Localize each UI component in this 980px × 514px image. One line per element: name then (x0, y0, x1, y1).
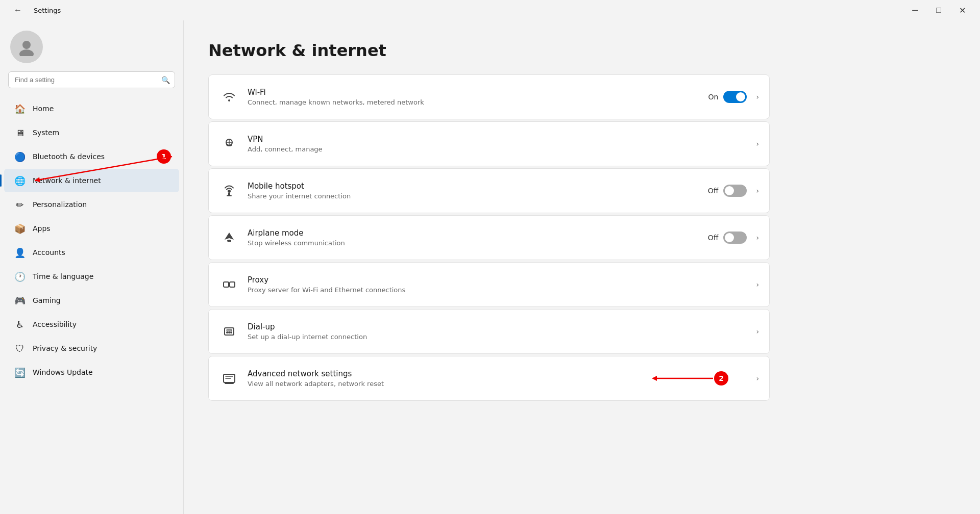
chevron-advanced: › (756, 374, 759, 382)
sidebar-item-network[interactable]: 🌐Network & internet (4, 169, 179, 192)
svg-marker-16 (652, 376, 657, 381)
svg-rect-8 (230, 282, 235, 287)
svg-point-11 (228, 331, 230, 333)
sidebar-nav: 🏠Home🖥System🔵Bluetooth & devices1🌐Networ… (0, 96, 183, 514)
back-button[interactable]: ← (6, 2, 30, 18)
sidebar-item-label-apps: Apps (33, 224, 169, 233)
card-right-airplane: Off› (708, 232, 759, 244)
settings-card-advanced[interactable]: Advanced network settingsView all networ… (208, 356, 770, 401)
sidebar-item-update[interactable]: 🔄Windows Update (4, 361, 179, 384)
card-subtitle-hotspot: Share your internet connection (248, 192, 708, 200)
settings-card-airplane[interactable]: Airplane modeStop wireless communication… (208, 215, 770, 260)
avatar[interactable] (10, 31, 43, 63)
settings-list: Wi-FiConnect, manage known networks, met… (208, 74, 770, 401)
sidebar-item-label-personalization: Personalization (33, 200, 169, 209)
settings-card-proxy[interactable]: ProxyProxy server for Wi-Fi and Ethernet… (208, 262, 770, 307)
sidebar-item-gaming[interactable]: 🎮Gaming (4, 289, 179, 312)
card-subtitle-vpn: Add, connect, manage (248, 145, 752, 153)
card-subtitle-airplane: Stop wireless communication (248, 239, 708, 247)
title-bar: ← Settings ─ □ ✕ (0, 0, 980, 20)
svg-rect-13 (227, 329, 232, 331)
card-text-hotspot: Mobile hotspotShare your internet connec… (248, 182, 708, 200)
toggle-airplane[interactable] (723, 232, 747, 244)
sidebar-item-label-home: Home (33, 105, 169, 113)
card-right-wifi: On› (708, 91, 759, 103)
card-text-wifi: Wi-FiConnect, manage known networks, met… (248, 88, 708, 106)
main-content: Network & internet Wi-FiConnect, manage … (184, 20, 980, 514)
airplane-icon (219, 227, 239, 248)
card-right-proxy: › (752, 280, 759, 289)
card-subtitle-dialup: Set up a dial-up internet connection (248, 333, 752, 341)
privacy-icon: 🛡 (14, 343, 26, 354)
wifi-icon (219, 87, 239, 107)
maximize-button[interactable]: □ (927, 2, 950, 18)
sidebar-item-label-bluetooth: Bluetooth & devices (33, 152, 169, 161)
sidebar-item-label-time: Time & language (33, 272, 169, 280)
card-right-dialup: › (752, 327, 759, 336)
personalization-icon: ✏️ (14, 199, 26, 210)
card-text-vpn: VPNAdd, connect, manage (248, 135, 752, 153)
card-text-proxy: ProxyProxy server for Wi-Fi and Ethernet… (248, 275, 752, 294)
card-title-hotspot: Mobile hotspot (248, 182, 708, 191)
chevron-wifi: › (756, 93, 759, 101)
sidebar-item-home[interactable]: 🏠Home (4, 97, 179, 120)
window-content: 🔍 🏠Home🖥System🔵Bluetooth & devices1🌐Netw… (0, 20, 980, 514)
sidebar-item-bluetooth[interactable]: 🔵Bluetooth & devices1 (4, 145, 179, 168)
annotation-arrow-2 (652, 373, 713, 383)
sidebar-item-privacy[interactable]: 🛡Privacy & security (4, 337, 179, 360)
svg-point-1 (19, 49, 34, 56)
card-title-dialup: Dial-up (248, 322, 752, 331)
card-title-proxy: Proxy (248, 275, 752, 285)
page-title: Network & internet (208, 41, 955, 60)
minimize-button[interactable]: ─ (903, 2, 927, 18)
sidebar-item-label-accounts: Accounts (33, 248, 169, 256)
toggle-label-hotspot: Off (708, 187, 719, 195)
sidebar-item-apps[interactable]: 📦Apps (4, 217, 179, 240)
chevron-hotspot: › (756, 187, 759, 195)
sidebar-item-label-privacy: Privacy & security (33, 344, 169, 352)
chevron-dialup: › (756, 327, 759, 336)
card-right-advanced: › (752, 374, 759, 382)
home-icon: 🏠 (14, 103, 26, 114)
sidebar-item-system[interactable]: 🖥System (4, 121, 179, 144)
toggle-wifi[interactable] (723, 91, 747, 103)
svg-rect-7 (224, 282, 229, 287)
svg-point-5 (228, 190, 231, 193)
card-subtitle-wifi: Connect, manage known networks, metered … (248, 98, 708, 106)
card-title-airplane: Airplane mode (248, 228, 708, 238)
toggle-hotspot[interactable] (723, 185, 747, 197)
sidebar-item-time[interactable]: 🕐Time & language (4, 265, 179, 288)
sidebar-item-accessibility[interactable]: ♿Accessibility (4, 313, 179, 336)
accounts-icon: 👤 (14, 247, 26, 258)
search-box[interactable]: 🔍 (8, 71, 175, 88)
search-input[interactable] (8, 71, 175, 88)
sidebar-item-accounts[interactable]: 👤Accounts (4, 241, 179, 264)
sidebar: 🔍 🏠Home🖥System🔵Bluetooth & devices1🌐Netw… (0, 20, 184, 514)
proxy-icon (219, 274, 239, 295)
settings-card-hotspot[interactable]: Mobile hotspotShare your internet connec… (208, 168, 770, 213)
settings-card-wifi[interactable]: Wi-FiConnect, manage known networks, met… (208, 74, 770, 119)
close-button[interactable]: ✕ (950, 2, 974, 18)
sidebar-item-label-network: Network & internet (33, 176, 169, 185)
accessibility-icon: ♿ (14, 319, 26, 330)
chevron-airplane: › (756, 234, 759, 242)
time-icon: 🕐 (14, 271, 26, 282)
settings-card-vpn[interactable]: VPNAdd, connect, manage› (208, 121, 770, 166)
card-text-airplane: Airplane modeStop wireless communication (248, 228, 708, 247)
card-subtitle-proxy: Proxy server for Wi-Fi and Ethernet conn… (248, 286, 752, 294)
toggle-label-airplane: Off (708, 234, 719, 242)
advanced-icon (219, 368, 239, 389)
card-title-wifi: Wi-Fi (248, 88, 708, 97)
chevron-proxy: › (756, 280, 759, 289)
app-title: Settings (34, 7, 61, 14)
sidebar-item-label-gaming: Gaming (33, 296, 169, 304)
sidebar-item-personalization[interactable]: ✏️Personalization (4, 193, 179, 216)
card-right-hotspot: Off› (708, 185, 759, 197)
toggle-label-wifi: On (708, 93, 718, 101)
network-icon: 🌐 (14, 175, 26, 186)
apps-icon: 📦 (14, 223, 26, 234)
search-icon: 🔍 (161, 76, 170, 84)
card-title-vpn: VPN (248, 135, 752, 144)
card-right-vpn: › (752, 140, 759, 148)
settings-card-dialup[interactable]: Dial-upSet up a dial-up internet connect… (208, 309, 770, 354)
